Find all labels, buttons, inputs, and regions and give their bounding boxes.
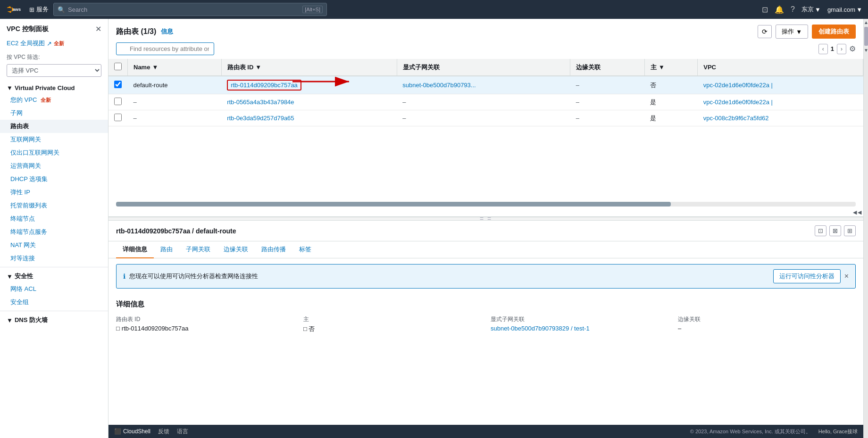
sidebar-item-sg[interactable]: 安全组 (0, 296, 108, 309)
row-checkbox[interactable] (114, 114, 122, 121)
row-vpc[interactable]: vpc-02de1d6e0f0fde22a | (698, 94, 863, 110)
sidebar-section-dns-fw[interactable]: ▼ DNS 防火墙 (0, 313, 108, 326)
next-page-btn[interactable]: › (837, 44, 846, 54)
info-icon: ℹ (123, 273, 125, 280)
row-edge-assoc: – (570, 76, 645, 94)
bottom-panel: rtb-0114d09209bc757aa / default-route ⊡ … (108, 221, 863, 425)
row-main: 是 (644, 94, 697, 110)
bottom-bar-user: Hello, Grace接球 (818, 428, 858, 435)
detail-value-route-id: rtb-0114d09209bc757aa (122, 325, 189, 332)
region-selector[interactable]: 东京 ▼ (801, 5, 821, 14)
col-vpc[interactable]: VPC (698, 59, 863, 76)
row-vpc[interactable]: vpc-02de1d6e0f0fde22a | (698, 76, 863, 94)
col-main[interactable]: 主▼ (644, 59, 697, 76)
row-route-id[interactable]: rtb-0565a4a3b43a7984e (221, 94, 397, 110)
row-main: 否 (644, 76, 697, 94)
table-row: – rtb-0e3da59d257d79a65 – – 是 vpc-008c2b… (108, 110, 863, 126)
sidebar-section-vpc[interactable]: ▼ Virtual Private Cloud (0, 82, 108, 93)
sidebar-item-your-vpc[interactable]: 您的 VPC 全新 (0, 93, 108, 107)
cloudshell-icon: ⬛ (114, 428, 121, 435)
row-subnet-assoc[interactable]: subnet-0be500d7b90793... (397, 76, 570, 94)
tab-tags[interactable]: 标签 (292, 241, 318, 258)
vertical-scrollbar[interactable]: ▲ ▼ (863, 19, 868, 438)
row-checkbox[interactable] (114, 98, 122, 105)
sidebar-item-carrier-gw[interactable]: 运营商网关 (0, 159, 108, 173)
sidebar-item-nacl[interactable]: 网络 ACL (0, 282, 108, 296)
monitor-icon[interactable]: ⊡ (762, 5, 768, 14)
resize-handle[interactable]: = = (108, 217, 863, 221)
row-edge-assoc: – (570, 94, 645, 110)
highlighted-route-id[interactable]: rtb-0114d09209bc757aa (227, 80, 301, 91)
close-banner-button[interactable]: × (844, 272, 849, 281)
sidebar-item-egress-igw[interactable]: 仅出口互联网网关 (0, 146, 108, 159)
search-input[interactable] (68, 6, 300, 13)
sidebar-item-nat-gw[interactable]: NAT 网关 (0, 239, 108, 252)
sidebar-item-dhcp[interactable]: DHCP 选项集 (0, 173, 108, 186)
panel-icon-2[interactable]: ⊠ (829, 225, 841, 236)
panel-header: 路由表 (1/3) 信息 ⟳ 操作 ▼ 创建路由表 (108, 19, 863, 42)
services-menu[interactable]: ⊞ 服务 (29, 5, 49, 14)
tab-edge-assoc[interactable]: 边缘关联 (217, 241, 255, 258)
global-search[interactable]: 🔍 [Alt+S] (53, 3, 327, 16)
sidebar: VPC 控制面板 ✕ EC2 全局视图 ↗ 全新 按 VPC 筛选: 选择 VP… (0, 19, 108, 438)
row-checkbox[interactable] (114, 81, 122, 88)
create-route-table-button[interactable]: 创建路由表 (812, 25, 856, 39)
tab-subnet-assoc[interactable]: 子网关联 (179, 241, 217, 258)
table-search-input[interactable] (116, 42, 214, 55)
help-icon[interactable]: ? (791, 5, 795, 14)
bell-icon[interactable]: 🔔 (775, 5, 784, 14)
sidebar-item-route-table[interactable]: 路由表 (0, 120, 108, 133)
scroll-up-btn[interactable]: ▲ (864, 19, 868, 26)
tab-routes[interactable]: 路由 (154, 241, 179, 258)
aws-logo[interactable]: aws (6, 3, 25, 16)
sidebar-item-igw[interactable]: 互联网网关 (0, 133, 108, 146)
actions-button[interactable]: 操作 ▼ (776, 25, 808, 39)
nav-icons: ⊡ 🔔 ? 东京 ▼ gmail.com ▼ (762, 5, 862, 14)
panel-icon-1[interactable]: ⊡ (815, 225, 826, 236)
tab-route-prop[interactable]: 路由传播 (255, 241, 292, 258)
select-all-checkbox[interactable] (114, 63, 122, 70)
col-subnet-assoc[interactable]: 显式子网关联 (397, 59, 570, 76)
top-panel: 路由表 (1/3) 信息 ⟳ 操作 ▼ 创建路由表 🔍 (108, 19, 863, 217)
sidebar-section-security[interactable]: ▼ 安全性 (0, 269, 108, 282)
col-name[interactable]: Name▼ (128, 59, 222, 76)
feedback-link[interactable]: 反馈 (158, 428, 169, 436)
sidebar-item-prefix-list[interactable]: 托管前缀列表 (0, 199, 108, 212)
prev-page-btn[interactable]: ‹ (818, 44, 828, 54)
col-checkbox[interactable] (108, 59, 128, 76)
detail-item-route-id: 路由表 ID □ rtb-0114d09209bc757aa (116, 315, 294, 333)
detail-value-edge: – (678, 325, 681, 332)
row-vpc[interactable]: vpc-008c2b9f6c7a5fd62 (698, 110, 863, 126)
panel-icon-3[interactable]: ⊞ (844, 225, 856, 236)
sidebar-header: VPC 控制面板 ✕ (0, 19, 108, 37)
scroll-down-btn[interactable]: ▼ (864, 47, 868, 54)
row-route-id[interactable]: rtb-0e3da59d257d79a65 (221, 110, 397, 126)
account-selector[interactable]: gmail.com ▼ (827, 6, 862, 13)
sidebar-close-btn[interactable]: ✕ (95, 25, 101, 33)
detail-tabs: 详细信息 路由 子网关联 边缘关联 路由传播 标签 (108, 241, 863, 258)
page-number: 1 (831, 45, 834, 52)
sidebar-item-peering[interactable]: 对等连接 (0, 252, 108, 265)
details-grid: 路由表 ID □ rtb-0114d09209bc757aa 主 (116, 315, 856, 333)
details-title: 详细信息 (116, 300, 856, 309)
run-analyzer-button[interactable]: 运行可访问性分析器 (773, 269, 841, 283)
sidebar-item-elastic-ip[interactable]: 弹性 IP (0, 186, 108, 199)
tab-details[interactable]: 详细信息 (116, 241, 154, 258)
sidebar-ec2-link[interactable]: EC2 全局视图 ↗ 全新 (0, 37, 108, 51)
language-link[interactable]: 语言 (177, 428, 188, 436)
sidebar-item-endpoints[interactable]: 终端节点 (0, 212, 108, 225)
settings-icon[interactable]: ⚙ (849, 44, 856, 53)
col-route-id[interactable]: 路由表 ID▼ (221, 59, 397, 76)
detail-value-subnet[interactable]: subnet-0be500d7b90793829 / test-1 (491, 325, 590, 332)
sidebar-item-endpoint-services[interactable]: 终端节点服务 (0, 225, 108, 239)
info-link[interactable]: 信息 (161, 27, 173, 36)
refresh-button[interactable]: ⟳ (758, 25, 772, 38)
svg-text:aws: aws (13, 7, 21, 12)
scroll-thumb[interactable] (864, 27, 868, 46)
info-banner-text: 您现在可以使用可访问性分析器检查网络连接性 (129, 272, 258, 281)
vpc-filter-select[interactable]: 选择 VPC (7, 64, 101, 77)
table-row: default-route rtb-0114d09209bc757aa subn… (108, 76, 863, 94)
col-edge-assoc[interactable]: 边缘关联 (570, 59, 645, 76)
sidebar-item-subnet[interactable]: 子网 (0, 107, 108, 120)
cloudshell-button[interactable]: ⬛ CloudShell (114, 428, 150, 435)
